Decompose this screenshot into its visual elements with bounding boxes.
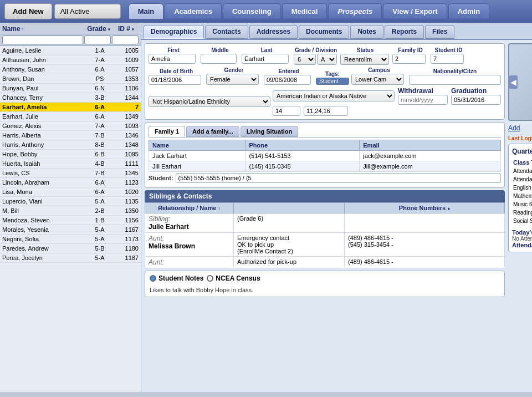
tab-admin[interactable]: Admin bbox=[448, 3, 489, 19]
student-list-item[interactable]: Hope, Bobby6-B1095 bbox=[0, 150, 141, 159]
student-list-item[interactable]: Lincoln, Abraham6-A1123 bbox=[0, 178, 141, 187]
dates-input[interactable] bbox=[304, 106, 348, 116]
gender-select[interactable]: Female bbox=[206, 74, 259, 85]
student-list-item[interactable]: Lisa, Mona6-A1020 bbox=[0, 187, 141, 197]
campus-select[interactable]: Lower Cam bbox=[351, 74, 404, 85]
nationality-input[interactable] bbox=[409, 75, 501, 85]
student-list-item[interactable]: M, Bill2-B1350 bbox=[0, 206, 141, 216]
student-id-input[interactable] bbox=[431, 54, 464, 64]
graduation-input[interactable] bbox=[451, 95, 501, 105]
student-grade: 7-B bbox=[86, 170, 114, 176]
race-select[interactable]: American Indian or Alaska Native bbox=[273, 90, 395, 101]
photo-prev-arrow[interactable]: ◀ bbox=[509, 75, 518, 89]
tab-counseling[interactable]: Counseling bbox=[223, 3, 281, 19]
family-section: Family 1 Add a family... Living Situatio… bbox=[145, 122, 505, 188]
student-list-item[interactable]: Huerta, Isaiah4-B1111 bbox=[0, 159, 141, 169]
student-list-item[interactable]: Gomez, Alexis7-A1093 bbox=[0, 121, 141, 131]
add-family-tab[interactable]: Add a family... bbox=[186, 126, 239, 137]
id-sort-arrow[interactable]: ⬧ bbox=[131, 26, 134, 32]
phone-header: Phone Numbers ⬧ bbox=[345, 203, 505, 213]
living-situation-tab[interactable]: Living Situation bbox=[241, 126, 299, 137]
status-select[interactable]: Reenrollm bbox=[340, 54, 389, 65]
tab-contacts[interactable]: Contacts bbox=[205, 25, 248, 39]
basic-info-section: First Middle Last Grade / Division bbox=[145, 43, 505, 120]
student-list-item[interactable]: Harris, Anthony8-B1348 bbox=[0, 140, 141, 150]
grade-sort-arrow[interactable]: ⬧ bbox=[108, 26, 110, 32]
student-id: 1353 bbox=[114, 75, 139, 82]
student-list-item[interactable]: Perea, Jocelyn5-A1187 bbox=[0, 253, 141, 263]
family-member-phone: (514) 541-5153 bbox=[245, 151, 360, 161]
student-notes-tab[interactable]: Student Notes bbox=[150, 274, 203, 282]
ncea-census-tab[interactable]: NCEA Census bbox=[207, 274, 260, 282]
quarter-class-row: Mathematics 6D (67.2) bbox=[513, 192, 532, 200]
student-name: Lewis, CS bbox=[2, 170, 86, 176]
student-list-item[interactable]: Harris, Alberta7-B1346 bbox=[0, 131, 141, 140]
division-select[interactable]: A bbox=[317, 54, 337, 65]
student-list-item[interactable]: Earhart, Amelia6-A7 bbox=[0, 103, 141, 112]
age-input[interactable] bbox=[273, 106, 300, 116]
tab-notes[interactable]: Notes bbox=[350, 25, 383, 39]
student-grade: 3-B bbox=[86, 94, 114, 101]
photo-add-link[interactable]: Add bbox=[508, 124, 520, 132]
student-list-item[interactable]: Aguirre, Leslie1-A1005 bbox=[0, 46, 141, 55]
family-row: Jack Earhart(514) 541-5153jack@example.c… bbox=[149, 151, 501, 161]
student-list-item[interactable]: Lupercio, Viani5-A1135 bbox=[0, 197, 141, 206]
photo-actions-row: Add Oct 2013 Del bbox=[508, 123, 532, 133]
student-list-item[interactable]: Earhart, Julie6-A1349 bbox=[0, 112, 141, 121]
student-list-item[interactable]: Bunyan, Paul6-N1106 bbox=[0, 84, 141, 93]
withdrawal-input[interactable] bbox=[398, 95, 448, 105]
student-name: Negrini, Sofia bbox=[2, 236, 86, 242]
last-name-input[interactable] bbox=[242, 54, 289, 64]
student-id: 7 bbox=[114, 104, 139, 110]
filter-select[interactable]: All Active All Students Active Only bbox=[54, 4, 121, 19]
student-list-item[interactable]: Mendoza, Steven1-B1156 bbox=[0, 216, 141, 225]
family-member-name: Jill Earhart bbox=[149, 161, 245, 172]
grade-select[interactable]: 6 bbox=[294, 54, 316, 65]
student-id: 1020 bbox=[114, 189, 139, 195]
tab-demographics[interactable]: Demographics bbox=[144, 25, 204, 39]
student-notes-radio[interactable] bbox=[150, 275, 156, 282]
name-search-input[interactable] bbox=[2, 35, 83, 44]
student-list-item[interactable]: Negrini, Sofia5-A1173 bbox=[0, 235, 141, 244]
middle-name-input[interactable] bbox=[201, 54, 237, 64]
dob-input[interactable] bbox=[149, 75, 201, 85]
student-list-item[interactable]: Paredes, Andrew5-B1180 bbox=[0, 244, 141, 253]
student-grade: 7-B bbox=[86, 132, 114, 139]
student-id: 1167 bbox=[114, 226, 139, 233]
first-name-input[interactable] bbox=[149, 54, 196, 64]
tab-view-export[interactable]: View / Export bbox=[383, 3, 447, 19]
student-list-item[interactable]: Anthony, Susan6-A1057 bbox=[0, 65, 141, 74]
student-list-item[interactable]: Chancey, Terry3-B1344 bbox=[0, 93, 141, 103]
student-list-item[interactable]: Morales, Yesenia5-A1167 bbox=[0, 225, 141, 235]
id-search-input[interactable] bbox=[112, 35, 139, 44]
student-list-item[interactable]: Lewis, CS7-B1345 bbox=[0, 169, 141, 178]
tab-addresses[interactable]: Addresses bbox=[249, 25, 298, 39]
quarter-section: Quarter 1 2015-2016 Class Title Grade At… bbox=[508, 144, 532, 252]
siblings-header: Siblings & Contacts bbox=[145, 190, 505, 202]
tab-prospects[interactable]: Prospects bbox=[328, 3, 382, 19]
student-id: 1009 bbox=[114, 57, 139, 63]
student-grade: 2-B bbox=[86, 207, 114, 214]
tab-academics[interactable]: Academics bbox=[165, 3, 222, 19]
ncea-radio[interactable] bbox=[207, 275, 213, 282]
grade-search-input[interactable] bbox=[84, 35, 111, 44]
ethnicity-select[interactable]: Not Hispanic/Latino Ethnicity bbox=[149, 96, 270, 107]
name-sort-arrow[interactable]: ↑ bbox=[22, 26, 24, 32]
tab-documents[interactable]: Documents bbox=[299, 25, 349, 39]
tab-reports[interactable]: Reports bbox=[385, 25, 424, 39]
quarter-class-row: English 6D (65.4) bbox=[513, 184, 532, 191]
grade-header: Grade ⬧ bbox=[85, 25, 112, 33]
entered-input[interactable] bbox=[264, 75, 311, 85]
student-id: 1111 bbox=[114, 160, 139, 167]
student-phone-input[interactable] bbox=[176, 173, 501, 183]
student-id: 1344 bbox=[114, 94, 139, 101]
tab-main[interactable]: Main bbox=[129, 3, 164, 19]
family1-tab[interactable]: Family 1 bbox=[149, 126, 185, 137]
student-list-item[interactable]: Althausen, John7-A1009 bbox=[0, 55, 141, 65]
tab-medical[interactable]: Medical bbox=[282, 3, 328, 19]
tab-files[interactable]: Files bbox=[425, 25, 454, 39]
add-new-button[interactable]: Add New bbox=[4, 3, 52, 19]
sibling1-name: Julie Earhart bbox=[149, 223, 189, 231]
family-id-input[interactable] bbox=[392, 54, 426, 64]
student-list-item[interactable]: Brown, DanPS1353 bbox=[0, 74, 141, 84]
